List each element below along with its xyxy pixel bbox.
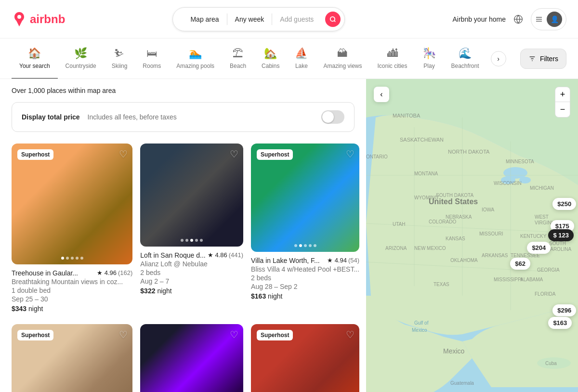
category-item-iconic-cities[interactable]: 🏙 Iconic cities bbox=[369, 39, 415, 79]
category-item-cabins[interactable]: 🏡 Cabins bbox=[254, 39, 287, 79]
menu-button[interactable]: 👤 bbox=[531, 8, 566, 30]
map-zoom-out-button[interactable]: − bbox=[555, 102, 570, 118]
wishlist-button[interactable]: ♡ bbox=[346, 329, 355, 340]
search-location[interactable]: Map area bbox=[183, 15, 226, 23]
wishlist-button[interactable]: ♡ bbox=[119, 329, 128, 340]
dot bbox=[314, 244, 316, 247]
price-marker-selected[interactable]: $ 123 bbox=[548, 229, 574, 241]
search-button[interactable] bbox=[325, 12, 341, 27]
beachfront-icon: 🌊 bbox=[459, 47, 472, 60]
listing-title: Villa in Lake Worth, F... ★ 4.94 (54) bbox=[251, 257, 359, 264]
category-item-amazing-views[interactable]: 🏔 Amazing views bbox=[315, 39, 369, 79]
dot bbox=[309, 244, 312, 247]
search-dates[interactable]: Any week bbox=[227, 15, 272, 23]
svg-text:GEORGIA: GEORGIA bbox=[537, 267, 560, 273]
svg-text:NORTH DAKOTA: NORTH DAKOTA bbox=[448, 149, 490, 155]
listing-card[interactable]: ♡ Studio in Las Vegas... ★ 4.78 (203) Ga… bbox=[140, 324, 243, 392]
listing-image-wrap: Superhost ♡ bbox=[12, 144, 132, 264]
category-label-amazing-views: Amazing views bbox=[323, 63, 362, 69]
filters-label: Filters bbox=[540, 55, 558, 63]
svg-text:MISSISSIPPI: MISSISSIPPI bbox=[494, 277, 522, 282]
listing-price: $343 night bbox=[12, 305, 132, 313]
price-toggle-description: Includes all fees, before taxes bbox=[88, 113, 314, 121]
airbnb-home-link[interactable]: Airbnb your home bbox=[452, 15, 506, 23]
price-toggle-bar: Display total price Includes all fees, b… bbox=[12, 102, 355, 132]
dot-indicators bbox=[181, 239, 203, 242]
dot bbox=[200, 239, 203, 242]
category-nav-next[interactable]: › bbox=[491, 51, 506, 66]
svg-text:MISSOURI: MISSOURI bbox=[479, 231, 503, 236]
logo[interactable]: airbnb bbox=[12, 12, 65, 27]
globe-icon[interactable] bbox=[513, 14, 523, 24]
svg-text:SASKATCHEWAN: SASKATCHEWAN bbox=[400, 137, 444, 143]
skiing-icon: ⛷ bbox=[114, 47, 125, 60]
price-marker[interactable]: $250 bbox=[552, 198, 576, 210]
search-bar[interactable]: Map area Any week Add guests bbox=[172, 7, 345, 31]
category-label-beach: Beach bbox=[230, 63, 246, 69]
svg-text:IOWA: IOWA bbox=[482, 207, 495, 212]
svg-text:Gulf of: Gulf of bbox=[414, 320, 429, 326]
listing-dates: Sep 25 – 30 bbox=[12, 295, 132, 303]
dot bbox=[294, 244, 297, 247]
svg-text:Mexico: Mexico bbox=[412, 327, 427, 333]
superhost-badge: Superhost bbox=[257, 149, 293, 160]
category-nav: 🏠 Your search 🌿 Countryside ⛷ Skiing 🛏 R… bbox=[0, 39, 578, 79]
svg-text:UTAH: UTAH bbox=[393, 222, 405, 227]
wishlist-button[interactable]: ♡ bbox=[230, 329, 238, 340]
wishlist-button[interactable]: ♡ bbox=[230, 148, 238, 160]
listing-card[interactable]: ♡ Loft in San Roque d... ★ 4.86 (441) Al… bbox=[140, 144, 243, 313]
dot-indicators bbox=[61, 257, 83, 260]
listing-image-placeholder bbox=[140, 144, 243, 247]
category-label-rooms: Rooms bbox=[143, 63, 161, 69]
category-item-play[interactable]: 🎠 Play bbox=[415, 39, 444, 79]
category-item-amazing-pools[interactable]: 🏊 Amazing pools bbox=[169, 39, 222, 79]
superhost-badge: Superhost bbox=[257, 330, 293, 340]
amazing-pools-icon: 🏊 bbox=[189, 47, 202, 60]
dot bbox=[299, 244, 302, 247]
price-marker[interactable]: $62 bbox=[510, 258, 530, 270]
filters-button[interactable]: Filters bbox=[520, 49, 566, 69]
category-item-beach[interactable]: ⛱ Beach bbox=[222, 39, 254, 79]
category-item-beachfront[interactable]: 🌊 Beachfront bbox=[444, 39, 487, 79]
listing-beds: 2 beds bbox=[251, 274, 359, 282]
cabins-icon: 🏡 bbox=[264, 47, 277, 60]
map-background[interactable]: United States Mexico NORTH DAKOTA MINNES… bbox=[366, 79, 578, 392]
superhost-badge: Superhost bbox=[17, 149, 53, 160]
map-panel: United States Mexico NORTH DAKOTA MINNES… bbox=[366, 79, 578, 392]
beach-icon: ⛱ bbox=[233, 47, 243, 60]
price-marker[interactable]: $163 bbox=[548, 317, 572, 329]
lake-icon: ⛵ bbox=[295, 47, 308, 60]
wishlist-button[interactable]: ♡ bbox=[346, 148, 355, 160]
results-count: Over 1,000 places within map area bbox=[12, 87, 355, 94]
listing-card[interactable]: Superhost ♡ Treehouse in Gaular... ★ 4.9… bbox=[12, 144, 132, 313]
listing-description: Bliss Villa 4 w/Heated Pool +BEST... bbox=[251, 265, 359, 273]
search-guests[interactable]: Add guests bbox=[272, 15, 321, 23]
category-item-countryside[interactable]: 🌿 Countryside bbox=[58, 39, 104, 79]
price-marker[interactable]: $296 bbox=[552, 304, 576, 316]
price-toggle-switch[interactable] bbox=[321, 110, 344, 124]
listing-beds: 1 double bed bbox=[12, 287, 132, 294]
wishlist-button[interactable]: ♡ bbox=[119, 148, 128, 160]
amazing-views-icon: 🏔 bbox=[337, 47, 348, 60]
logo-text: airbnb bbox=[30, 13, 65, 26]
listing-card[interactable]: Superhost ♡ Villa in Lake Worth, F... ★ … bbox=[251, 144, 359, 313]
category-item-your-search[interactable]: 🏠 Your search bbox=[12, 39, 58, 79]
category-label-your-search: Your search bbox=[19, 63, 50, 69]
category-label-cabins: Cabins bbox=[262, 63, 279, 69]
svg-text:KENTUCKY: KENTUCKY bbox=[520, 234, 547, 239]
listing-card[interactable]: Superhost ♡ Caboose in Colorado... ★ 4.8… bbox=[251, 324, 359, 392]
category-item-lake[interactable]: ⛵ Lake bbox=[287, 39, 315, 79]
svg-text:SOUTH DAKOTA: SOUTH DAKOTA bbox=[436, 193, 473, 198]
price-marker[interactable]: $204 bbox=[527, 242, 551, 254]
category-item-skiing[interactable]: ⛷ Skiing bbox=[104, 39, 135, 79]
svg-text:WISCONSIN: WISCONSIN bbox=[494, 181, 522, 186]
map-zoom-in-button[interactable]: + bbox=[555, 87, 570, 102]
left-panel: Over 1,000 places within map area Displa… bbox=[0, 79, 366, 392]
listing-image-wrap: ♡ bbox=[140, 144, 243, 247]
svg-text:WEST: WEST bbox=[535, 214, 549, 220]
countryside-icon: 🌿 bbox=[74, 47, 87, 60]
dot bbox=[76, 257, 79, 260]
map-collapse-button[interactable]: ‹ bbox=[374, 87, 389, 102]
listing-card[interactable]: Superhost ♡ Villa in Tuscany ★ 4.91 (87)… bbox=[12, 324, 132, 392]
category-item-rooms[interactable]: 🛏 Rooms bbox=[135, 39, 169, 79]
